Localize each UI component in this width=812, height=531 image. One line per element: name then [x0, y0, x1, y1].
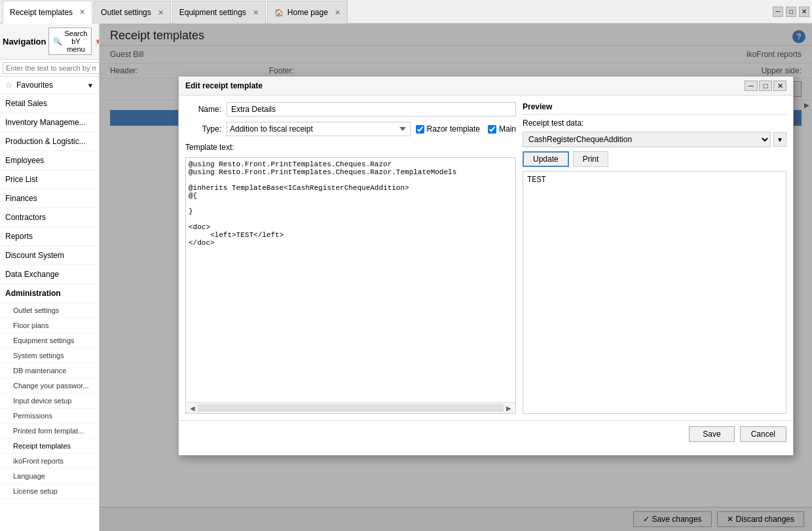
search-input[interactable] [3, 62, 100, 74]
sidebar-item-production[interactable]: Production & Logistic... [0, 132, 99, 151]
sub-item-label: System settings [13, 352, 64, 359]
sidebar-sub-equipment-settings[interactable]: Equipment settings [0, 333, 99, 348]
sidebar-item-employees[interactable]: Employees [0, 151, 99, 170]
preview-title: Preview [523, 102, 786, 115]
tab-equipment-settings-label: Equipment settings [179, 8, 246, 17]
sidebar-item-label: Retail Sales [5, 99, 47, 108]
template-textarea[interactable]: @using Resto.Front.PrintTemplates.Cheque… [186, 158, 515, 400]
sidebar-sub-db-maintenance[interactable]: DB maintenance [0, 363, 99, 378]
modal-body: Name: Type: Addition to fiscal receipt F… [179, 96, 793, 420]
modal-titlebar: Edit receipt template ─ □ ✕ [179, 77, 793, 96]
sidebar-sub-ikofront-reports[interactable]: ikoFront reports [0, 454, 99, 469]
sidebar-sub-printed-form[interactable]: Printed form templat... [0, 424, 99, 439]
tab-receipt-templates[interactable]: Receipt templates ✕ [3, 1, 92, 24]
sidebar: Navigation 🔍 Search bY menu 📌 🔍 ☆ Favour… [0, 24, 100, 531]
window-close-button[interactable]: ✕ [799, 7, 809, 17]
sidebar-item-label: Finances [5, 194, 37, 203]
sub-item-label: Input device setup [13, 397, 71, 405]
receipt-test-select[interactable]: CashRegisterChequeAddition [523, 132, 771, 147]
pin-icon[interactable]: 📌 [94, 37, 100, 46]
sidebar-item-label: Production & Logistic... [5, 137, 86, 146]
sidebar-sub-receipt-templates[interactable]: Receipt templates [0, 439, 99, 454]
search-box: 🔍 [0, 60, 99, 77]
modal-title: Edit receipt template [185, 81, 743, 90]
sidebar-item-label: Price List [5, 175, 37, 184]
sidebar-sub-license-setup[interactable]: License setup [0, 484, 99, 499]
sidebar-header: Navigation 🔍 Search bY menu 📌 [0, 24, 99, 60]
sub-item-label: Permissions [13, 412, 52, 420]
sidebar-sub-change-password[interactable]: Change your passwor... [0, 378, 99, 394]
sub-item-label: Printed form templat... [13, 427, 84, 435]
main-check[interactable] [488, 125, 496, 134]
tab-equipment-settings[interactable]: Equipment settings ✕ [172, 1, 266, 24]
sidebar-sub-system-settings[interactable]: System settings [0, 348, 99, 363]
scroll-left-arrow[interactable]: ◀ [187, 405, 198, 412]
sidebar-sub-permissions[interactable]: Permissions [0, 409, 99, 424]
sidebar-item-data-exchange[interactable]: Data Exchange [0, 265, 99, 284]
preview-buttons: Update Print [523, 151, 786, 167]
tab-outlet-settings[interactable]: Outlet settings ✕ [94, 1, 171, 24]
modal-close-button[interactable]: ✕ [773, 81, 786, 91]
update-button[interactable]: Update [523, 151, 569, 167]
modal-overlay: Edit receipt template ─ □ ✕ Name: Type: [100, 24, 812, 531]
nav-title: Navigation [3, 37, 46, 46]
razor-template-check[interactable] [416, 125, 424, 134]
main-label: Main [499, 124, 516, 134]
modal-minimize-button[interactable]: ─ [745, 81, 758, 91]
modal-maximize-button[interactable]: □ [759, 81, 772, 91]
preview-area: TEST [523, 171, 786, 414]
template-textarea-wrap: @using Resto.Front.PrintTemplates.Cheque… [185, 157, 516, 414]
preview-text: TEST [527, 175, 546, 185]
minimize-button[interactable]: ─ [773, 7, 783, 17]
sidebar-sub-input-device[interactable]: Input device setup [0, 394, 99, 409]
name-input[interactable] [227, 102, 516, 117]
sidebar-item-retail-sales[interactable]: Retail Sales [0, 94, 99, 113]
close-equipment-settings-tab[interactable]: ✕ [253, 9, 259, 17]
sidebar-item-label: Employees [5, 156, 44, 165]
tab-home-page-label: Home page [287, 8, 328, 17]
sidebar-item-administration[interactable]: Administration [0, 284, 99, 303]
close-home-page-tab[interactable]: ✕ [335, 9, 341, 17]
main-checkbox[interactable]: Main [488, 124, 516, 134]
sidebar-item-inventory[interactable]: Inventory Manageme... [0, 113, 99, 132]
tab-strip: Receipt templates ✕ Outlet settings ✕ Eq… [3, 0, 767, 23]
tab-home-page[interactable]: 🏠 Home page ✕ [267, 1, 348, 24]
type-select[interactable]: Addition to fiscal receipt Fiscal receip… [227, 122, 411, 136]
close-receipt-templates-tab[interactable]: ✕ [79, 8, 85, 16]
horizontal-scrollbar[interactable]: ◀ ▶ [186, 402, 515, 413]
scroll-track[interactable] [198, 404, 504, 412]
sub-item-label: Receipt templates [13, 442, 71, 450]
sub-item-label: Change your passwor... [13, 382, 89, 390]
sidebar-item-reports[interactable]: Reports [0, 227, 99, 246]
sidebar-item-discount[interactable]: Discount System [0, 246, 99, 265]
maximize-button[interactable]: □ [786, 7, 796, 17]
razor-template-label: Razor template [427, 124, 480, 134]
sub-item-label: Floor plans [13, 321, 48, 329]
modal-right-panel: Preview Receipt test data: CashRegisterC… [523, 102, 786, 414]
close-outlet-settings-tab[interactable]: ✕ [158, 9, 164, 17]
sidebar-sub-language[interactable]: Language [0, 469, 99, 484]
sidebar-item-contractors[interactable]: Contractors [0, 208, 99, 227]
search-by-menu-button[interactable]: 🔍 Search bY menu [48, 27, 92, 55]
tab-receipt-templates-label: Receipt templates [10, 8, 73, 17]
home-icon: 🏠 [274, 9, 284, 17]
modal-left-panel: Name: Type: Addition to fiscal receipt F… [185, 102, 516, 414]
sub-item-label: Language [13, 472, 45, 480]
sidebar-sub-floor-plans[interactable]: Floor plans [0, 318, 99, 333]
sidebar-favourites[interactable]: ☆ Favourites ▼ [0, 77, 99, 94]
modal-save-button[interactable]: Save [689, 426, 734, 442]
sidebar-content: ☆ Favourites ▼ Retail Sales Inventory Ma… [0, 77, 99, 531]
scroll-right-btn[interactable]: ▶ [504, 405, 514, 412]
print-button[interactable]: Print [573, 151, 609, 167]
receipt-select-dropdown-button[interactable]: ▼ [773, 132, 786, 147]
razor-template-checkbox[interactable]: Razor template [416, 124, 480, 134]
favourites-label: Favourites [16, 81, 53, 90]
sidebar-item-finances[interactable]: Finances [0, 189, 99, 208]
sidebar-item-price-list[interactable]: Price List [0, 170, 99, 189]
checkbox-group: Razor template Main [416, 124, 516, 134]
sidebar-sub-outlet-settings[interactable]: Outlet settings [0, 303, 99, 318]
sidebar-item-label: Contractors [5, 213, 46, 222]
modal-cancel-button[interactable]: Cancel [740, 426, 786, 442]
sidebar-item-label: Inventory Manageme... [5, 118, 86, 127]
chevron-down-icon: ▼ [87, 82, 94, 89]
